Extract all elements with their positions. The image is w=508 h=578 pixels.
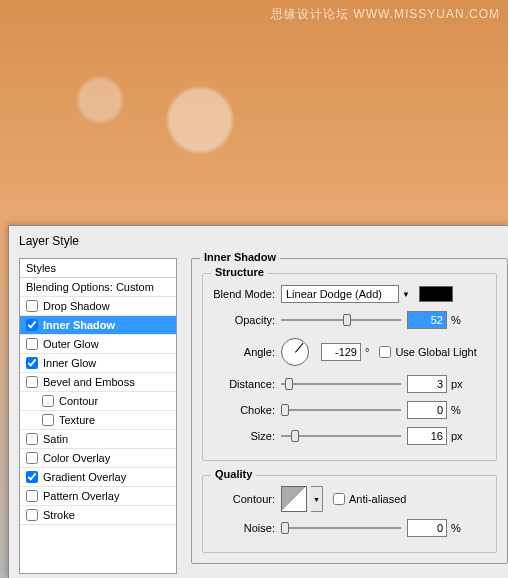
distance-slider[interactable]	[281, 377, 401, 391]
quality-group: Quality Contour: ▼ Anti-aliased Noise: %	[202, 475, 497, 553]
size-slider[interactable]	[281, 429, 401, 443]
style-label: Stroke	[43, 509, 75, 521]
background-artwork	[0, 0, 508, 225]
style-label: Inner Glow	[43, 357, 96, 369]
layer-style-dialog: Layer Style Styles Blending Options: Cus…	[8, 225, 508, 578]
size-unit: px	[451, 430, 463, 442]
contour-label: Contour:	[211, 493, 281, 505]
watermark-text: 思缘设计论坛 WWW.MISSYUAN.COM	[271, 6, 500, 23]
style-checkbox[interactable]	[26, 433, 38, 445]
style-checkbox[interactable]	[26, 300, 38, 312]
style-row-outer-glow[interactable]: Outer Glow	[20, 335, 176, 354]
style-row-inner-shadow[interactable]: Inner Shadow	[20, 316, 176, 335]
antialiased-label: Anti-aliased	[349, 493, 406, 505]
style-row-pattern-overlay[interactable]: Pattern Overlay	[20, 487, 176, 506]
style-label: Pattern Overlay	[43, 490, 119, 502]
style-row-bevel-and-emboss[interactable]: Bevel and Emboss	[20, 373, 176, 392]
blending-options-label: Blending Options: Custom	[26, 281, 154, 293]
blend-mode-dropdown[interactable]: Linear Dodge (Add)	[281, 285, 399, 303]
style-checkbox[interactable]	[26, 338, 38, 350]
chevron-down-icon[interactable]: ▼	[399, 290, 413, 299]
style-label: Bevel and Emboss	[43, 376, 135, 388]
styles-list: Styles Blending Options: Custom Drop Sha…	[19, 258, 177, 574]
opacity-input[interactable]	[407, 311, 447, 329]
size-input[interactable]	[407, 427, 447, 445]
style-label: Contour	[59, 395, 98, 407]
angle-label: Angle:	[211, 346, 281, 358]
angle-unit: °	[365, 346, 369, 358]
color-swatch[interactable]	[419, 286, 453, 302]
style-checkbox[interactable]	[26, 357, 38, 369]
size-label: Size:	[211, 430, 281, 442]
choke-slider[interactable]	[281, 403, 401, 417]
blend-mode-label: Blend Mode:	[211, 288, 281, 300]
noise-slider[interactable]	[281, 521, 401, 535]
styles-header[interactable]: Styles	[20, 259, 176, 278]
style-row-color-overlay[interactable]: Color Overlay	[20, 449, 176, 468]
style-row-contour[interactable]: Contour	[20, 392, 176, 411]
inner-shadow-group: Inner Shadow Structure Blend Mode: Linea…	[191, 258, 508, 564]
style-row-drop-shadow[interactable]: Drop Shadow	[20, 297, 176, 316]
structure-group: Structure Blend Mode: Linear Dodge (Add)…	[202, 273, 497, 461]
style-checkbox[interactable]	[42, 414, 54, 426]
style-checkbox[interactable]	[26, 319, 38, 331]
opacity-unit: %	[451, 314, 461, 326]
structure-title: Structure	[211, 266, 268, 278]
style-label: Drop Shadow	[43, 300, 110, 312]
choke-unit: %	[451, 404, 461, 416]
style-label: Outer Glow	[43, 338, 99, 350]
style-row-inner-glow[interactable]: Inner Glow	[20, 354, 176, 373]
blend-mode-value: Linear Dodge (Add)	[286, 288, 382, 300]
noise-input[interactable]	[407, 519, 447, 537]
distance-input[interactable]	[407, 375, 447, 393]
opacity-slider[interactable]	[281, 313, 401, 327]
style-row-stroke[interactable]: Stroke	[20, 506, 176, 525]
quality-title: Quality	[211, 468, 256, 480]
distance-unit: px	[451, 378, 463, 390]
style-label: Satin	[43, 433, 68, 445]
style-row-gradient-overlay[interactable]: Gradient Overlay	[20, 468, 176, 487]
style-label: Inner Shadow	[43, 319, 115, 331]
angle-input[interactable]	[321, 343, 361, 361]
noise-unit: %	[451, 522, 461, 534]
distance-label: Distance:	[211, 378, 281, 390]
style-checkbox[interactable]	[42, 395, 54, 407]
style-row-satin[interactable]: Satin	[20, 430, 176, 449]
style-row-texture[interactable]: Texture	[20, 411, 176, 430]
style-label: Gradient Overlay	[43, 471, 126, 483]
style-label: Color Overlay	[43, 452, 110, 464]
antialiased-checkbox[interactable]	[333, 493, 345, 505]
choke-input[interactable]	[407, 401, 447, 419]
settings-panel: Inner Shadow Structure Blend Mode: Linea…	[177, 258, 508, 574]
panel-title: Inner Shadow	[200, 251, 280, 263]
opacity-label: Opacity:	[211, 314, 281, 326]
style-checkbox[interactable]	[26, 376, 38, 388]
choke-label: Choke:	[211, 404, 281, 416]
angle-dial[interactable]	[281, 338, 309, 366]
style-checkbox[interactable]	[26, 471, 38, 483]
style-checkbox[interactable]	[26, 490, 38, 502]
style-checkbox[interactable]	[26, 452, 38, 464]
style-checkbox[interactable]	[26, 509, 38, 521]
style-label: Texture	[59, 414, 95, 426]
noise-label: Noise:	[211, 522, 281, 534]
contour-chevron-down-icon[interactable]: ▼	[311, 486, 323, 512]
blending-options-row[interactable]: Blending Options: Custom	[20, 278, 176, 297]
contour-swatch[interactable]	[281, 486, 307, 512]
global-light-checkbox[interactable]	[379, 346, 391, 358]
global-light-label: Use Global Light	[395, 346, 476, 358]
